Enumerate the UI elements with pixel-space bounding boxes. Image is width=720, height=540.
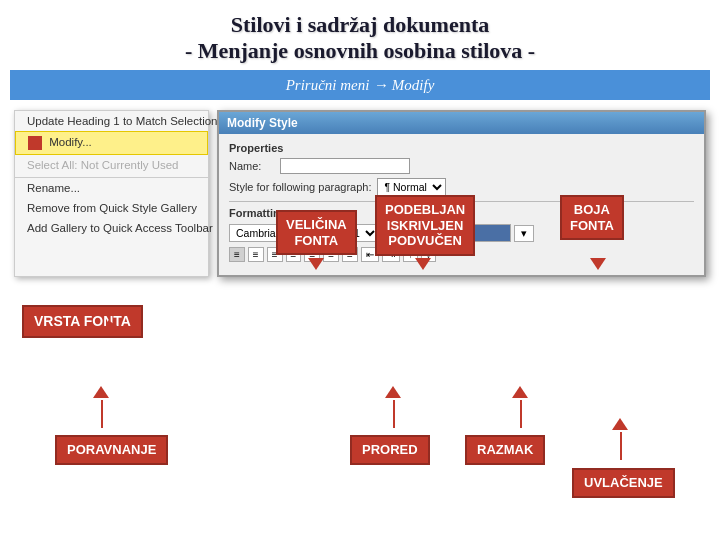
- vrsta-fonta-arrow: [108, 320, 120, 336]
- align-right-button[interactable]: ≡: [267, 247, 283, 262]
- page-title-line1: Stilovi i sadržaj dokumenta: [20, 12, 700, 38]
- uvlacenje-label: UVLAČENJE: [572, 468, 675, 498]
- font-size-select[interactable]: 14: [347, 224, 379, 242]
- poravnanje-label: PORAVNANJE: [55, 435, 168, 465]
- menu-item-update[interactable]: Update Heading 1 to Match Selection: [15, 111, 208, 131]
- align-toolbar: ≡ ≡ ≡ ≡ ≡ ≡ ≡ ⇤ ⇥ ↑ ↓: [229, 247, 694, 262]
- razmak-up-arrow: [512, 386, 528, 398]
- menu-item-modify[interactable]: Modify...: [15, 131, 208, 155]
- spacing-after-button[interactable]: ↓: [421, 247, 436, 262]
- menu-item-remove-label: Remove from Quick Style Gallery: [27, 202, 197, 214]
- razmak-label: RAZMAK: [465, 435, 545, 465]
- context-menu: Update Heading 1 to Match Selection Modi…: [14, 110, 209, 277]
- menu-item-select-all: Select All: Not Currently Used: [15, 155, 208, 175]
- align-center-button[interactable]: ≡: [248, 247, 264, 262]
- poravnanje-line: [101, 400, 103, 428]
- properties-section-label: Properties: [229, 142, 694, 154]
- italic-button[interactable]: I: [405, 225, 425, 241]
- prored-up-arrow: [385, 386, 401, 398]
- underline-button[interactable]: U: [428, 225, 448, 241]
- bold-button[interactable]: B: [382, 225, 402, 241]
- font-name-select[interactable]: Cambria (Headings): [229, 224, 344, 242]
- menu-item-add-gallery[interactable]: Add Gallery to Quick Access Toolbar: [15, 218, 208, 238]
- menu-item-remove[interactable]: Remove from Quick Style Gallery: [15, 198, 208, 218]
- main-content: Update Heading 1 to Match Selection Modi…: [14, 110, 706, 277]
- font-color-box[interactable]: [451, 224, 511, 242]
- formatting-section-label: Formatting: [229, 207, 694, 219]
- spacing-before-button[interactable]: ↑: [403, 247, 418, 262]
- title-area: Stilovi i sadržaj dokumenta - Menjanje o…: [0, 0, 720, 70]
- line-spacing-2-button[interactable]: ≡: [342, 247, 358, 262]
- menu-item-select-all-label: Select All: Not Currently Used: [27, 159, 178, 171]
- indent-increase-button[interactable]: ⇥: [382, 247, 400, 262]
- style-following-row: Style for following paragraph: ¶ Normal: [229, 178, 694, 196]
- subtitle-text: Priručni meni → Modify: [286, 77, 435, 93]
- format-toolbar: Cambria (Headings) 14 B I U ▾: [229, 224, 694, 242]
- uvlacenje-up-arrow: [612, 418, 628, 430]
- name-row: Name:: [229, 158, 694, 174]
- align-left-button[interactable]: ≡: [229, 247, 245, 262]
- subtitle-bar: Priručni meni → Modify: [10, 70, 710, 100]
- indent-decrease-button[interactable]: ⇤: [361, 247, 379, 262]
- prored-line: [393, 400, 395, 428]
- menu-item-add-gallery-label: Add Gallery to Quick Access Toolbar: [27, 222, 213, 234]
- prored-label: PRORED: [350, 435, 430, 465]
- modify-dialog: Modify Style Properties Name: Style for …: [217, 110, 706, 277]
- color-dropdown-button[interactable]: ▾: [514, 225, 534, 242]
- style-following-label: Style for following paragraph:: [229, 181, 371, 193]
- menu-item-update-label: Update Heading 1 to Match Selection: [27, 115, 218, 127]
- dialog-title-bar: Modify Style: [219, 112, 704, 134]
- page-title-line2: - Menjanje osnovnih osobina stilova -: [20, 38, 700, 64]
- menu-item-modify-label: Modify...: [49, 136, 92, 148]
- uvlacenje-line: [620, 432, 622, 460]
- poravnanje-up-arrow: [93, 386, 109, 398]
- dialog-title: Modify Style: [227, 116, 298, 130]
- line-spacing-15-button[interactable]: ≡: [323, 247, 339, 262]
- dialog-body: Properties Name: Style for following par…: [219, 134, 704, 275]
- razmak-line: [520, 400, 522, 428]
- line-spacing-1-button[interactable]: ≡: [304, 247, 320, 262]
- name-label: Name:: [229, 160, 274, 172]
- vrsta-fonta-label: VRSTA FONTA: [22, 305, 143, 338]
- align-justify-button[interactable]: ≡: [286, 247, 302, 262]
- menu-item-rename[interactable]: Rename...: [15, 177, 208, 198]
- modify-icon: [28, 136, 42, 150]
- menu-item-rename-label: Rename...: [27, 182, 80, 194]
- style-following-select[interactable]: ¶ Normal: [377, 178, 446, 196]
- name-input[interactable]: [280, 158, 410, 174]
